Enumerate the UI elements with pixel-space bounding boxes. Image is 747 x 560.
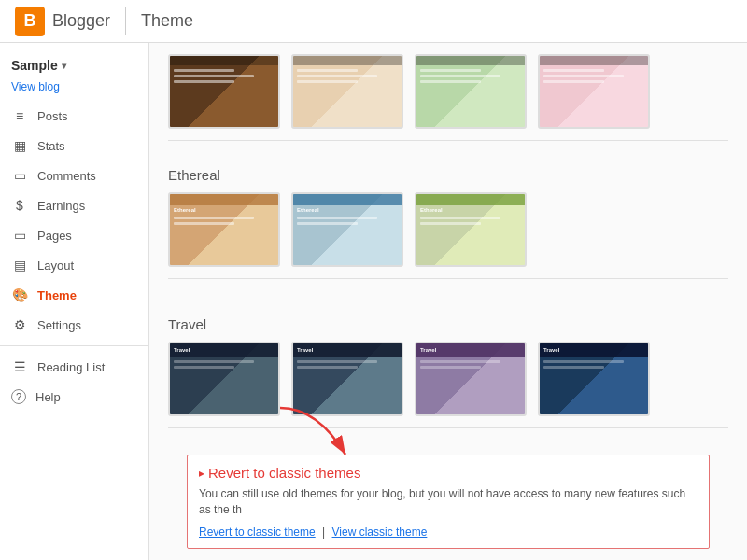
revert-title-text: Revert to classic themes: [208, 465, 360, 481]
posts-icon: ≡: [11, 108, 28, 123]
sidebar-item-comments[interactable]: ▭ Comments: [0, 161, 148, 190]
ethereal-label: Ethereal: [168, 167, 728, 183]
revert-description: You can still use old themes for your bl…: [199, 486, 698, 518]
theme-thumbnail[interactable]: Travel: [538, 342, 650, 416]
partial-theme-row-section: [149, 43, 747, 141]
sidebar-item-layout[interactable]: ▤ Layout: [0, 250, 148, 280]
theme-thumbnail[interactable]: Ethereal: [168, 192, 280, 267]
theme-thumbnail[interactable]: [168, 54, 280, 129]
ethereal-section: Ethereal Ethereal Ethereal: [149, 148, 747, 298]
theme-thumbnail[interactable]: Ethereal: [291, 192, 403, 267]
triangle-icon: ▸: [199, 467, 204, 480]
header: B Blogger Theme: [0, 0, 747, 43]
sidebar-item-label: Pages: [37, 229, 72, 243]
theme-thumbnail[interactable]: Ethereal: [415, 192, 527, 267]
travel-section: Travel Travel Travel Travel: [149, 298, 747, 447]
sidebar-item-pages[interactable]: ▭ Pages: [0, 220, 148, 250]
sidebar-item-stats[interactable]: ▦ Stats: [0, 131, 148, 161]
sidebar-item-settings[interactable]: ⚙ Settings: [0, 310, 148, 340]
sidebar-item-reading-list[interactable]: ☰ Reading List: [0, 352, 148, 382]
blogger-icon: B: [15, 7, 45, 36]
sidebar-item-label: Layout: [37, 259, 74, 273]
earnings-icon: $: [11, 198, 28, 213]
theme-thumbnail[interactable]: [538, 54, 650, 129]
blog-selector[interactable]: Sample ▾: [0, 52, 148, 78]
theme-thumbnail[interactable]: Travel: [168, 342, 280, 416]
revert-section: ▸ Revert to classic themes You can still…: [187, 455, 710, 549]
settings-icon: ⚙: [11, 317, 28, 332]
revert-classic-theme-link[interactable]: Revert to classic theme: [199, 525, 316, 539]
theme-thumbnail[interactable]: Travel: [415, 342, 527, 416]
theme-icon: 🎨: [11, 287, 28, 302]
view-blog-link[interactable]: View blog: [0, 78, 148, 101]
sidebar-divider: [0, 345, 148, 346]
travel-theme-row: Travel Travel Travel: [168, 342, 728, 427]
ethereal-theme-row: Ethereal Ethereal Ethereal: [168, 192, 728, 278]
sidebar-item-label: Stats: [37, 139, 65, 153]
header-divider: [125, 7, 126, 35]
sidebar-item-posts[interactable]: ≡ Posts: [0, 101, 148, 131]
travel-label: Travel: [168, 316, 728, 332]
sidebar: Sample ▾ View blog ≡ Posts ▦ Stats ▭ Com…: [0, 43, 149, 560]
sidebar-item-theme[interactable]: 🎨 Theme: [0, 280, 148, 310]
help-icon: ?: [11, 389, 26, 404]
pages-icon: ▭: [11, 228, 28, 243]
link-separator: |: [322, 525, 325, 539]
stats-icon: ▦: [11, 138, 28, 153]
partial-theme-row: [168, 54, 728, 140]
sidebar-item-label: Earnings: [37, 199, 85, 213]
main-content: Ethereal Ethereal Ethereal: [149, 43, 747, 560]
theme-thumbnail[interactable]: [291, 54, 403, 129]
sidebar-item-label: Settings: [37, 318, 81, 332]
blogger-name: Blogger: [52, 11, 110, 31]
sidebar-item-label: Help: [35, 390, 61, 404]
blog-name: Sample: [11, 58, 58, 73]
sidebar-item-earnings[interactable]: $ Earnings: [0, 190, 148, 220]
logo: B Blogger: [15, 7, 110, 36]
layout-icon: ▤: [11, 258, 28, 273]
theme-thumbnail[interactable]: Travel: [291, 342, 403, 416]
revert-title: ▸ Revert to classic themes: [199, 465, 698, 481]
sidebar-item-label: Theme: [37, 288, 77, 302]
comments-icon: ▭: [11, 168, 28, 183]
page-title: Theme: [141, 11, 193, 31]
sidebar-item-help[interactable]: ? Help: [0, 382, 148, 412]
sidebar-item-label: Reading List: [37, 360, 105, 374]
reading-list-icon: ☰: [11, 359, 28, 374]
revert-section-wrapper: ▸ Revert to classic themes You can still…: [149, 455, 747, 560]
view-classic-theme-link[interactable]: View classic theme: [332, 525, 428, 539]
app-body: Sample ▾ View blog ≡ Posts ▦ Stats ▭ Com…: [0, 43, 747, 560]
sidebar-item-label: Comments: [37, 169, 96, 183]
dropdown-caret-icon: ▾: [62, 61, 66, 71]
sidebar-item-label: Posts: [37, 109, 68, 123]
theme-thumbnail[interactable]: [415, 54, 527, 129]
revert-links: Revert to classic theme | View classic t…: [199, 525, 698, 539]
